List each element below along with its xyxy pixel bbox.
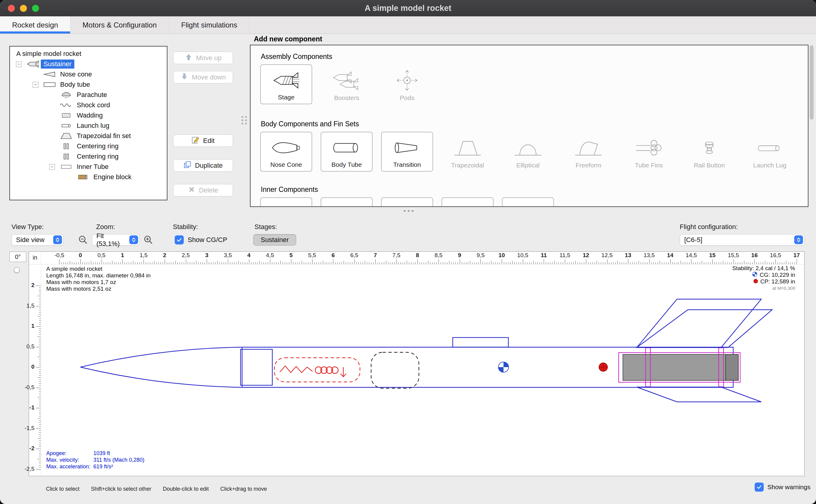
ruler-tick — [39, 463, 41, 463]
show-cgcp-checkbox[interactable] — [175, 235, 184, 244]
ruler-tick — [39, 355, 41, 355]
vertical-scrollbar[interactable] — [810, 45, 814, 120]
ruler-tick — [521, 262, 521, 264]
add-body-tube-button[interactable]: Body Tube — [321, 132, 373, 172]
zoom-in-button[interactable] — [143, 234, 154, 246]
add-engineblock-button[interactable] — [502, 197, 554, 207]
add-coupler-button[interactable] — [321, 197, 373, 207]
close-window-button[interactable] — [8, 5, 15, 12]
collapse-icon[interactable]: − — [33, 82, 38, 88]
launch-lug-shape[interactable] — [453, 338, 508, 347]
tree-item-a-simple-model-rocket[interactable]: A simple model rocket — [10, 49, 167, 59]
ruler-tick — [544, 259, 544, 264]
ruler-label: 0,5 — [27, 343, 34, 350]
ruler-tick — [405, 262, 405, 264]
add-stage-button[interactable]: Stage — [260, 64, 312, 104]
ruler-tick — [112, 261, 112, 264]
ruler-tick — [102, 259, 102, 264]
panel-resize-handle[interactable] — [404, 210, 413, 212]
ruler-tick — [504, 262, 504, 264]
ruler-tick — [660, 261, 660, 264]
tree-item-parachute[interactable]: Parachute — [10, 90, 167, 100]
duplicate-button[interactable]: Duplicate — [173, 159, 233, 172]
tab-motors-configuration[interactable]: Motors & Configuration — [70, 16, 169, 34]
add-transition-button[interactable]: Transition — [381, 132, 433, 172]
ruler-label: 1 — [31, 323, 34, 329]
ruler-tick — [681, 261, 681, 264]
ruler-tick — [39, 334, 41, 335]
ruler-tick — [382, 262, 382, 264]
collapse-icon[interactable]: − — [49, 164, 55, 170]
tree-item-sustainer[interactable]: −Sustainer — [10, 59, 167, 69]
tab-rocket-design[interactable]: Rocket design — [0, 16, 70, 34]
ruler-tick — [554, 261, 555, 264]
collapse-icon[interactable]: − — [16, 61, 22, 67]
delete-button[interactable]: Delete — [173, 184, 233, 196]
ruler-tick — [784, 262, 784, 264]
ruler-tick — [91, 261, 91, 264]
ruler-tick — [539, 262, 540, 264]
ruler-tick — [695, 262, 696, 264]
ruler-tick — [293, 262, 293, 264]
zoom-select[interactable]: Fit (53,1%) — [92, 234, 140, 246]
ruler-tick — [259, 261, 260, 264]
motor-shape[interactable] — [623, 354, 738, 380]
minimize-window-button[interactable] — [20, 5, 27, 12]
ruler-label: 10 — [498, 252, 505, 259]
ruler-tick — [39, 412, 41, 412]
tree-item-engine-block[interactable]: Engine block — [10, 172, 167, 182]
move-down-button[interactable]: Move down — [173, 71, 233, 83]
flight-configuration-select[interactable]: [C6-5] — [680, 234, 805, 246]
move-up-button[interactable]: Move up — [173, 52, 233, 64]
tree-item-wadding[interactable]: Wadding — [10, 110, 167, 121]
apogee-label: Apogee: — [46, 450, 92, 457]
stage-toggle-sustainer[interactable]: Sustainer — [253, 234, 296, 246]
tab-flight-simulations[interactable]: Flight simulations — [169, 16, 250, 34]
add-nose-cone-button[interactable]: Nose Cone — [260, 132, 312, 172]
tree-item-trapezoidal-fin-set[interactable]: Trapezoidal fin set — [10, 131, 167, 141]
show-warnings-checkbox[interactable] — [755, 483, 764, 492]
tree-item-nose-cone[interactable]: Nose cone — [10, 69, 167, 79]
ruler-tick — [106, 262, 106, 264]
ruler-tick — [708, 262, 708, 264]
zoom-window-button[interactable] — [32, 5, 39, 12]
tree-item-centering-ring[interactable]: Centering ring — [10, 151, 167, 162]
tree-item-body-tube[interactable]: −Body tube — [10, 79, 167, 90]
tree-item-shock-cord[interactable]: Shock cord — [10, 100, 167, 110]
ruler-label: 12,5 — [601, 252, 613, 259]
card-label: Tube Fins — [635, 162, 663, 169]
ruler-tick — [39, 432, 41, 433]
velocity-label: Max. velocity: — [46, 457, 92, 463]
view-type-select[interactable]: Side view — [11, 234, 63, 246]
splitter-handle[interactable] — [241, 116, 247, 124]
tree-item-label: Engine block — [91, 173, 134, 182]
ruler-tick — [634, 262, 635, 264]
tubefins-icon — [633, 132, 665, 162]
ruler-tick — [36, 367, 41, 367]
ruler-tick — [738, 262, 738, 264]
tree-item-centering-ring[interactable]: Centering ring — [10, 141, 167, 151]
ruler-tick — [39, 339, 41, 339]
stages-label: Stages: — [254, 223, 277, 231]
ruler-tick — [394, 262, 395, 264]
ruler-tick — [37, 296, 41, 296]
hint-text: Double-click to edit — [163, 486, 209, 492]
add-innertube-button[interactable] — [260, 197, 312, 207]
ruler-tick — [302, 261, 302, 264]
ruler-tick — [93, 262, 93, 264]
add-bulkhead-button[interactable] — [442, 197, 494, 207]
ruler-tick — [129, 262, 129, 264]
ruler-label: 6 — [332, 252, 335, 259]
ruler-tick — [36, 449, 41, 449]
edit-button[interactable]: Edit — [173, 134, 233, 147]
rotation-slider-knob[interactable] — [14, 267, 20, 273]
zoom-out-button[interactable] — [77, 234, 89, 246]
ruler-tick — [537, 262, 538, 264]
ruler-tick — [472, 262, 472, 264]
ruler-tick — [356, 262, 357, 264]
tree-item-launch-lug[interactable]: Launch lug — [10, 121, 167, 131]
tree-item-inner-tube[interactable]: −Inner Tube — [10, 162, 167, 172]
ruler-tick — [39, 300, 41, 300]
add-centeringring-button[interactable] — [381, 197, 433, 207]
show-cgcp-label: Show CG/CP — [188, 236, 227, 244]
